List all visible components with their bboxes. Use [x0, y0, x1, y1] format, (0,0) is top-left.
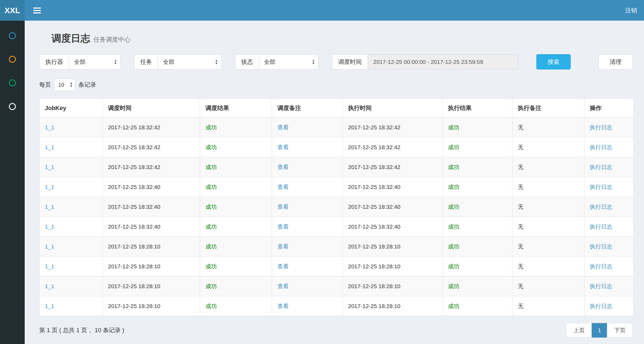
- status-select[interactable]: 全部 ▲▼: [259, 54, 319, 69]
- job-select-value: 全部: [163, 58, 174, 66]
- execution-log-link[interactable]: 执行日志: [590, 164, 612, 170]
- logout-link[interactable]: 注销: [618, 0, 644, 21]
- content-area: 调度日志任务调度中心 执行器 全部 ▲▼ 任务 全部 ▲▼ 状态: [25, 21, 644, 344]
- handle-result-text: 成功: [443, 197, 512, 217]
- sidebar-item-3[interactable]: [0, 71, 25, 95]
- log-table-row: 1_12017-12-25 18:32:42成功查看2017-12-25 18:…: [39, 137, 634, 157]
- log-table-row: 1_12017-12-25 18:32:40成功查看2017-12-25 18:…: [39, 197, 634, 217]
- execution-log-link-cell: 执行日志: [584, 197, 634, 217]
- job-key-link[interactable]: 1_1: [45, 164, 54, 170]
- sidebar-item-1[interactable]: [0, 24, 25, 47]
- handle-time-cell: 2017-12-25 18:32:42: [343, 137, 443, 157]
- execution-log-link[interactable]: 执行日志: [590, 144, 612, 150]
- job-key-link-cell: 1_1: [39, 276, 103, 296]
- view-trigger-msg-link[interactable]: 查看: [277, 283, 289, 289]
- job-key-link[interactable]: 1_1: [45, 224, 54, 230]
- view-trigger-msg-link[interactable]: 查看: [277, 144, 289, 150]
- job-key-link[interactable]: 1_1: [45, 184, 54, 190]
- sidebar-toggle-button[interactable]: [25, 0, 49, 21]
- execution-log-link[interactable]: 执行日志: [590, 243, 612, 250]
- job-key-link[interactable]: 1_1: [45, 283, 54, 289]
- column-header-3: 调度结果: [200, 99, 272, 118]
- log-table-row: 1_12017-12-25 18:28:10成功查看2017-12-25 18:…: [39, 276, 634, 296]
- execution-log-link-cell: 执行日志: [584, 276, 634, 296]
- job-key-link-cell: 1_1: [39, 177, 103, 197]
- view-trigger-msg-link-cell: 查看: [272, 217, 343, 237]
- trigger-time-range-input[interactable]: 2017-12-25 00:00:00 - 2017-12-25 23:59:5…: [368, 54, 518, 69]
- execution-log-link[interactable]: 执行日志: [590, 124, 612, 130]
- trigger-result-text: 成功: [200, 137, 272, 157]
- handle-result-text: 成功: [443, 257, 512, 276]
- select-arrows-icon: ▲▼: [70, 82, 73, 88]
- trigger-time-cell: 2017-12-25 18:28:10: [103, 276, 200, 296]
- select-arrows-icon: ▲▼: [215, 59, 218, 65]
- trigger-result-text: 成功: [200, 177, 272, 197]
- execution-log-link-cell: 执行日志: [584, 137, 634, 157]
- status-filter-group: 状态 全部 ▲▼: [235, 54, 319, 69]
- view-trigger-msg-link[interactable]: 查看: [277, 224, 289, 230]
- execution-log-link[interactable]: 执行日志: [590, 224, 612, 230]
- select-arrows-icon: ▲▼: [114, 59, 117, 65]
- trigger-time-cell: 2017-12-25 18:32:42: [103, 157, 200, 177]
- sidebar-item-4[interactable]: [0, 95, 25, 118]
- top-navbar: XXL 注销: [0, 0, 644, 21]
- handle-msg-cell: 无: [512, 197, 584, 217]
- page-1-button[interactable]: 1: [592, 323, 607, 338]
- circle-outline-icon: [9, 56, 16, 63]
- job-key-link-cell: 1_1: [39, 157, 103, 177]
- handle-result-text: 成功: [443, 118, 512, 137]
- view-trigger-msg-link-cell: 查看: [272, 237, 343, 257]
- job-select[interactable]: 全部 ▲▼: [158, 54, 222, 69]
- status-select-value: 全部: [264, 58, 275, 66]
- job-filter-label: 任务: [134, 54, 158, 69]
- trigger-time-cell: 2017-12-25 18:28:10: [103, 296, 200, 316]
- job-key-link[interactable]: 1_1: [45, 124, 54, 130]
- handle-result-text: 成功: [443, 237, 512, 257]
- view-trigger-msg-link[interactable]: 查看: [277, 184, 289, 190]
- job-key-link[interactable]: 1_1: [45, 263, 54, 269]
- executor-select-value: 全部: [74, 58, 85, 66]
- view-trigger-msg-link-cell: 查看: [272, 137, 343, 157]
- execution-log-link[interactable]: 执行日志: [590, 184, 612, 190]
- log-table-row: 1_12017-12-25 18:28:10成功查看2017-12-25 18:…: [39, 257, 634, 276]
- navbar: 注销: [25, 0, 644, 21]
- job-key-link[interactable]: 1_1: [45, 303, 54, 309]
- execution-log-link[interactable]: 执行日志: [590, 303, 612, 309]
- view-trigger-msg-link[interactable]: 查看: [277, 124, 289, 130]
- job-key-link[interactable]: 1_1: [45, 144, 54, 150]
- next-page-button[interactable]: 下页: [607, 323, 633, 338]
- previous-page-button[interactable]: 上页: [566, 323, 592, 338]
- executor-select[interactable]: 全部 ▲▼: [69, 54, 121, 69]
- executor-filter-group: 执行器 全部 ▲▼: [39, 54, 121, 69]
- page-size-select[interactable]: 10 ▲▼: [54, 79, 75, 91]
- filter-toolbar: 执行器 全部 ▲▼ 任务 全部 ▲▼ 状态 全部 ▲▼: [39, 54, 633, 69]
- page-size-prefix-label: 每页: [39, 81, 51, 89]
- column-header-1: JobKey: [39, 99, 103, 118]
- execution-log-link[interactable]: 执行日志: [590, 263, 612, 269]
- view-trigger-msg-link[interactable]: 查看: [277, 204, 289, 210]
- status-filter-label: 状态: [235, 54, 259, 69]
- job-key-link-cell: 1_1: [39, 296, 103, 316]
- hamburger-icon: [33, 7, 41, 14]
- circle-outline-icon: [9, 32, 16, 39]
- column-header-7: 执行备注: [512, 99, 584, 118]
- search-button[interactable]: 搜索: [536, 54, 571, 69]
- job-key-link[interactable]: 1_1: [45, 204, 54, 210]
- view-trigger-msg-link[interactable]: 查看: [277, 164, 289, 170]
- column-header-5: 执行时间: [343, 99, 443, 118]
- job-key-link[interactable]: 1_1: [45, 243, 54, 250]
- execution-log-link[interactable]: 执行日志: [590, 204, 612, 210]
- view-trigger-msg-link[interactable]: 查看: [277, 303, 289, 309]
- view-trigger-msg-link[interactable]: 查看: [277, 243, 289, 250]
- table-header-row: JobKey调度时间调度结果调度备注执行时间执行结果执行备注操作: [39, 99, 634, 118]
- handle-result-text: 成功: [443, 217, 512, 237]
- app-logo[interactable]: XXL: [0, 0, 25, 21]
- clear-button[interactable]: 清理: [598, 54, 633, 69]
- sidebar-item-2[interactable]: [0, 47, 25, 71]
- handle-msg-cell: 无: [512, 296, 584, 316]
- view-trigger-msg-link[interactable]: 查看: [277, 263, 289, 269]
- handle-msg-cell: 无: [512, 237, 584, 257]
- column-header-2: 调度时间: [103, 99, 200, 118]
- execution-log-link[interactable]: 执行日志: [590, 283, 612, 289]
- handle-time-cell: 2017-12-25 18:32:40: [343, 177, 443, 197]
